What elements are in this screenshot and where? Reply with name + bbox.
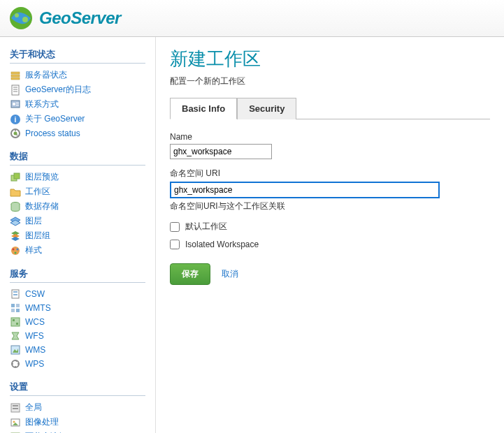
name-label: Name: [170, 132, 490, 142]
svg-point-29: [15, 251, 17, 254]
sidebar-item-label: CSW: [25, 289, 45, 299]
sidebar-item[interactable]: WPS: [10, 357, 145, 371]
svg-rect-32: [13, 294, 17, 295]
sidebar-item-label: Process status: [25, 129, 80, 138]
sidebar-item[interactable]: 图层预览: [10, 170, 145, 184]
svg-marker-25: [11, 237, 20, 241]
svg-rect-31: [13, 291, 17, 293]
sidebar-item[interactable]: 覆盖率访问: [10, 430, 145, 433]
sidebar-item[interactable]: CSW: [10, 287, 145, 301]
workspace-icon: [10, 186, 21, 198]
sidebar-item[interactable]: WMS: [10, 343, 145, 357]
svg-rect-19: [14, 173, 20, 179]
sidebar-item-label: WCS: [25, 317, 45, 327]
sidebar-item-label: 工作区: [25, 186, 50, 198]
sidebar-item-label: WMTS: [25, 303, 51, 313]
sidebar-item[interactable]: 服务器状态: [10, 68, 145, 82]
default-workspace-checkbox[interactable]: [170, 222, 180, 232]
svg-text:i: i: [15, 116, 17, 124]
isolated-workspace-checkbox[interactable]: [170, 240, 180, 249]
svg-point-11: [13, 103, 15, 105]
sidebar: 关于和状态服务器状态GeoServer的日志联系方式i关于 GeoServerP…: [0, 37, 155, 433]
uri-help-text: 命名空间URI与这个工作区关联: [170, 200, 490, 212]
page-title: 新建工作区: [170, 47, 490, 71]
sidebar-item[interactable]: GeoServer的日志: [10, 82, 145, 97]
style-icon: [10, 245, 21, 256]
about-icon: i: [10, 114, 21, 125]
svg-point-2: [22, 17, 28, 22]
svg-rect-36: [16, 309, 20, 312]
svg-rect-3: [11, 72, 20, 74]
sidebar-item-label: 联系方式: [25, 98, 59, 110]
uri-label: 命名空间 URI: [170, 168, 490, 179]
sidebar-item-label: 图层预览: [25, 171, 59, 183]
svg-rect-5: [11, 78, 20, 80]
sidebar-item[interactable]: 全局: [10, 400, 145, 415]
sidebar-item-label: 图层组: [25, 230, 50, 242]
logo-icon: [8, 6, 34, 31]
save-button[interactable]: 保存: [170, 263, 210, 285]
sidebar-item-label: GeoServer的日志: [25, 84, 91, 96]
wcs-icon: [10, 316, 21, 328]
wms-icon: [10, 344, 21, 355]
svg-rect-45: [13, 408, 18, 409]
sidebar-item-label: WMS: [25, 345, 45, 355]
header: GeoServer: [0, 0, 504, 37]
default-workspace-label[interactable]: 默认工作区: [185, 221, 227, 233]
sidebar-item[interactable]: WCS: [10, 315, 145, 329]
tab-basic-info[interactable]: Basic Info: [170, 98, 237, 119]
sidebar-item[interactable]: WMTS: [10, 301, 145, 315]
svg-point-28: [17, 248, 19, 250]
sidebar-item-label: 图层: [25, 215, 42, 227]
sidebar-item[interactable]: 图层组: [10, 228, 145, 243]
sidebar-section-title: 服务: [10, 267, 145, 283]
wfs-icon: [10, 330, 21, 342]
layer-preview-icon: [10, 172, 21, 183]
tab-security[interactable]: Security: [237, 98, 296, 119]
sidebar-item-label: 全局: [25, 402, 42, 413]
process-icon: [10, 128, 21, 139]
sidebar-item[interactable]: 联系方式: [10, 97, 145, 112]
sidebar-item[interactable]: 工作区: [10, 184, 145, 199]
tabs: Basic Info Security: [170, 97, 490, 119]
sidebar-item[interactable]: Process status: [10, 126, 145, 140]
sidebar-section-title: 关于和状态: [10, 48, 145, 64]
svg-point-27: [13, 248, 15, 250]
name-input[interactable]: [170, 144, 272, 159]
global-icon: [10, 402, 21, 413]
sidebar-item[interactable]: 图层: [10, 214, 145, 228]
svg-rect-44: [13, 405, 18, 406]
cancel-button[interactable]: 取消: [222, 268, 238, 280]
svg-rect-39: [16, 323, 18, 325]
svg-rect-34: [16, 304, 20, 307]
svg-point-17: [14, 132, 17, 135]
svg-point-47: [13, 420, 15, 423]
svg-point-1: [15, 13, 19, 17]
svg-rect-37: [11, 318, 20, 326]
page-subtitle: 配置一个新的工作区: [170, 75, 490, 87]
sidebar-item[interactable]: 图像处理: [10, 415, 145, 430]
sidebar-item[interactable]: 数据存储: [10, 199, 145, 214]
sidebar-item-label: 图像处理: [25, 416, 59, 428]
layers-icon: [10, 216, 21, 227]
sidebar-section-title: 数据: [10, 150, 145, 166]
sidebar-item-label: 数据存储: [25, 200, 59, 212]
svg-rect-13: [16, 105, 19, 105]
svg-rect-12: [16, 103, 19, 103]
isolated-workspace-label[interactable]: Isolated Workspace: [185, 240, 259, 249]
uri-input[interactable]: [170, 182, 440, 198]
wps-icon: [10, 358, 21, 369]
sidebar-item[interactable]: 样式: [10, 243, 145, 258]
sidebar-item[interactable]: i关于 GeoServer: [10, 112, 145, 126]
sidebar-item[interactable]: WFS: [10, 329, 145, 343]
csw-icon: [10, 288, 21, 300]
image-icon: [10, 417, 21, 428]
layergroup-icon: [10, 230, 21, 242]
svg-rect-38: [13, 319, 15, 321]
svg-rect-33: [11, 304, 15, 307]
sidebar-item-label: WFS: [25, 331, 44, 341]
server-status-icon: [10, 70, 21, 81]
svg-rect-4: [11, 75, 20, 77]
log-icon: [10, 85, 21, 96]
main-content: 新建工作区 配置一个新的工作区 Basic Info Security Name…: [155, 37, 504, 433]
